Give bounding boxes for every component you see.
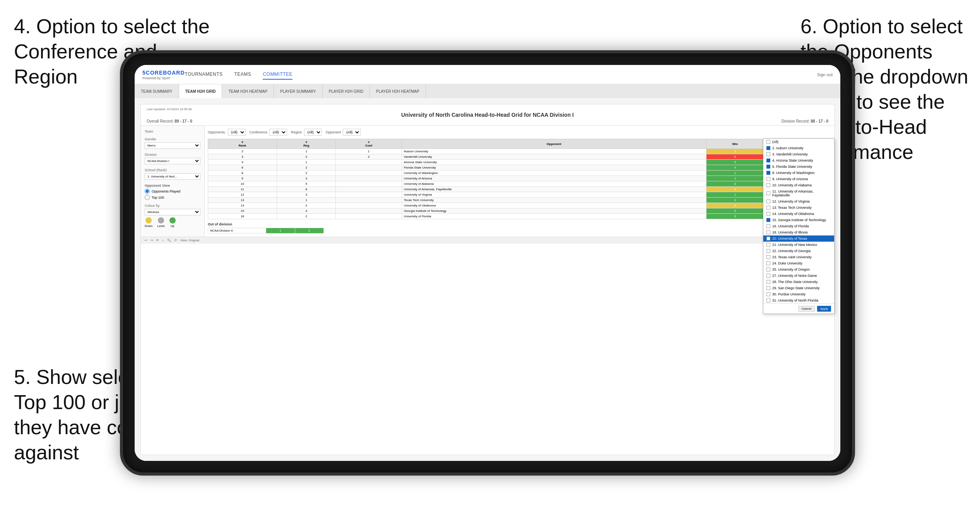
dropdown-item[interactable]: 29. San Diego State University bbox=[763, 285, 834, 291]
opponents-played-option[interactable]: Opponents Played bbox=[145, 189, 200, 194]
subnav-player-h2h-heatmap[interactable]: PLAYER H2H HEATMAP bbox=[370, 84, 426, 98]
logo: 5COREBOARD Powered by Sport bbox=[142, 69, 185, 80]
table-row: 9 3 University of Arizona 1 0 bbox=[208, 176, 831, 181]
dropdown-item[interactable]: 6. Florida State University bbox=[763, 164, 834, 170]
dropdown-item[interactable]: (All) bbox=[763, 139, 834, 145]
dropdown-item[interactable]: 11. University of Arkansas, Fayetteville bbox=[763, 188, 834, 198]
tablet-screen: 5COREBOARD Powered by Sport TOURNAMENTS … bbox=[135, 65, 840, 461]
opponent-view: Opponent View Opponents Played Top 100 bbox=[145, 184, 200, 200]
undo-icon[interactable]: ↩ bbox=[145, 239, 147, 242]
data-table: #Rank #Reg #Conf Opponent Win Loss bbox=[208, 139, 831, 219]
opponent-view-label: Opponent View bbox=[145, 184, 200, 188]
opponents-label: Opponents: bbox=[208, 130, 226, 134]
col-opponent: Opponent bbox=[402, 139, 706, 149]
opponent-dropdown[interactable]: (All)2. Auburn University3. Vanderbilt U… bbox=[763, 138, 835, 314]
division-select[interactable]: NCAA Division I bbox=[145, 158, 200, 164]
nav-committee[interactable]: COMMITTEE bbox=[263, 70, 292, 80]
opponents-filter: Opponents: (All) bbox=[208, 129, 246, 136]
toolbar-bottom: ↩ ↪ ⟳ ⌂ 🔍 ⏱ View: Original bbox=[141, 237, 834, 244]
nav-tournaments[interactable]: TOURNAMENTS bbox=[185, 70, 223, 80]
table-row: 2 1 1 Auburn University 2 1 bbox=[208, 149, 831, 154]
conference-select[interactable]: (All) bbox=[269, 129, 287, 136]
table-row: 15 4 Georgia Institute of Technology 5 1 bbox=[208, 208, 831, 214]
school-select[interactable]: 1. University of Nort... bbox=[145, 173, 200, 180]
zoom-icon[interactable]: 🔍 bbox=[167, 239, 171, 242]
dropdown-item[interactable]: 21. University of New Mexico bbox=[763, 242, 834, 248]
opponent-filter: Opponent (All) bbox=[326, 129, 361, 136]
dropdown-item[interactable]: 28. The Ohio State University bbox=[763, 279, 834, 285]
table-row: 3 2 2 Vanderbilt University 0 4 bbox=[208, 154, 831, 160]
subnav-team-summary[interactable]: TEAM SUMMARY bbox=[135, 84, 179, 98]
dropdown-item[interactable]: 4. Arizona State University bbox=[763, 157, 834, 164]
dropdown-item[interactable]: 22. University of Georgia bbox=[763, 248, 834, 254]
table-row: 10 5 University of Alabama 3 0 bbox=[208, 181, 831, 187]
tablet-frame: 5COREBOARD Powered by Sport TOURNAMENTS … bbox=[120, 50, 855, 476]
dropdown-item[interactable]: 24. Duke University bbox=[763, 260, 834, 266]
colour-label: Colour by bbox=[145, 204, 200, 208]
overall-record: Overall Record: 89 - 17 - 0 bbox=[147, 119, 192, 123]
view-label: View: Original bbox=[180, 239, 199, 242]
col-reg: #Reg bbox=[277, 139, 336, 149]
grid-records: Overall Record: 89 - 17 - 0 Division Rec… bbox=[147, 119, 828, 123]
top-nav: 5COREBOARD Powered by Sport TOURNAMENTS … bbox=[135, 65, 840, 84]
app-content: 5COREBOARD Powered by Sport TOURNAMENTS … bbox=[135, 65, 840, 461]
dropdown-item[interactable]: 25. University of Oregon bbox=[763, 266, 834, 273]
team-section: Team bbox=[145, 130, 200, 133]
colour-section: Colour by Win/loss Down bbox=[145, 204, 200, 228]
opponent-select[interactable]: (All) bbox=[343, 129, 361, 136]
dropdown-item[interactable]: 31. University of North Florida bbox=[763, 297, 834, 304]
legend-up: Up bbox=[169, 217, 176, 228]
refresh-icon[interactable]: ⟳ bbox=[156, 239, 159, 242]
dropdown-footer: Cancel Apply bbox=[763, 304, 834, 314]
colour-select[interactable]: Win/loss bbox=[145, 209, 200, 215]
main-content: Last Updated: 4/7/2024 16:55:38 Universi… bbox=[135, 98, 840, 461]
redo-icon[interactable]: ↪ bbox=[151, 239, 153, 242]
dropdown-item[interactable]: 3. Vanderbilt University bbox=[763, 151, 834, 157]
dropdown-item[interactable]: 18. University of Illinois bbox=[763, 229, 834, 235]
dropdown-item[interactable]: 16. University of Florida bbox=[763, 223, 834, 229]
region-filter: Region (All) bbox=[291, 129, 322, 136]
grid-header: Last Updated: 4/7/2024 16:55:38 Universi… bbox=[141, 104, 834, 126]
team-label: Team bbox=[145, 130, 200, 133]
subnav-team-h2h-grid[interactable]: TEAM H2H GRID bbox=[179, 84, 222, 98]
clock-icon[interactable]: ⏱ bbox=[174, 239, 177, 242]
dropdown-item[interactable]: 15. Georgia Institute of Technology bbox=[763, 217, 834, 223]
subnav-player-h2h-grid[interactable]: PLAYER H2H GRID bbox=[323, 84, 370, 98]
apply-button[interactable]: Apply bbox=[817, 306, 831, 312]
gender-select[interactable]: Men's bbox=[145, 142, 200, 149]
cancel-button[interactable]: Cancel bbox=[798, 306, 815, 312]
nav-items: TOURNAMENTS TEAMS COMMITTEE bbox=[185, 70, 817, 80]
gender-label: Gender bbox=[145, 137, 200, 141]
table-row: 11 6 University of Arkansas, Fayettevill… bbox=[208, 187, 831, 192]
table-row: 8 2 University of Washington 1 0 bbox=[208, 171, 831, 176]
content-panel: Last Updated: 4/7/2024 16:55:38 Universi… bbox=[140, 104, 835, 455]
dropdown-item[interactable]: 8. University of Washington bbox=[763, 170, 834, 176]
subnav-player-summary[interactable]: PLAYER SUMMARY bbox=[274, 84, 322, 98]
sign-out[interactable]: Sign out bbox=[817, 72, 833, 77]
dropdown-item[interactable]: 9. University of Arizona bbox=[763, 176, 834, 182]
legend-level: Level bbox=[157, 217, 164, 228]
table-row: 4 1 Arizona State University 5 1 bbox=[208, 160, 831, 165]
dropdown-item[interactable]: 10. University of Alabama bbox=[763, 182, 834, 188]
grid-title: University of North Carolina Head-to-Hea… bbox=[147, 112, 828, 118]
legend-down: Down bbox=[145, 217, 152, 228]
opponents-select[interactable]: (All) bbox=[228, 129, 246, 136]
division-label: Division bbox=[145, 153, 200, 157]
dropdown-item[interactable]: 13. Texas Tech University bbox=[763, 205, 834, 211]
home-icon[interactable]: ⌂ bbox=[162, 239, 164, 242]
dropdown-item[interactable]: 20. University of Texas bbox=[763, 235, 834, 242]
dropdown-item[interactable]: 27. University of Notre Dame bbox=[763, 273, 834, 279]
dropdown-item[interactable]: 23. Texas A&M University bbox=[763, 254, 834, 260]
nav-teams[interactable]: TEAMS bbox=[234, 70, 251, 80]
table-row: 16 2 University of Florida 5 1 bbox=[208, 214, 831, 219]
conference-label: Conference bbox=[250, 130, 268, 134]
subnav-team-h2h-heatmap[interactable]: TEAM H2H HEATMAP bbox=[222, 84, 274, 98]
table-row: 6 2 Florida State University 4 2 bbox=[208, 165, 831, 171]
dropdown-item[interactable]: 2. Auburn University bbox=[763, 145, 834, 151]
dropdown-item[interactable]: 12. University of Virginia bbox=[763, 198, 834, 205]
col-rank: #Rank bbox=[208, 139, 277, 149]
region-select[interactable]: (All) bbox=[304, 129, 322, 136]
top-100-option[interactable]: Top 100 bbox=[145, 195, 200, 200]
dropdown-item[interactable]: 14. University of Oklahoma bbox=[763, 211, 834, 217]
dropdown-item[interactable]: 30. Purdue University bbox=[763, 291, 834, 297]
